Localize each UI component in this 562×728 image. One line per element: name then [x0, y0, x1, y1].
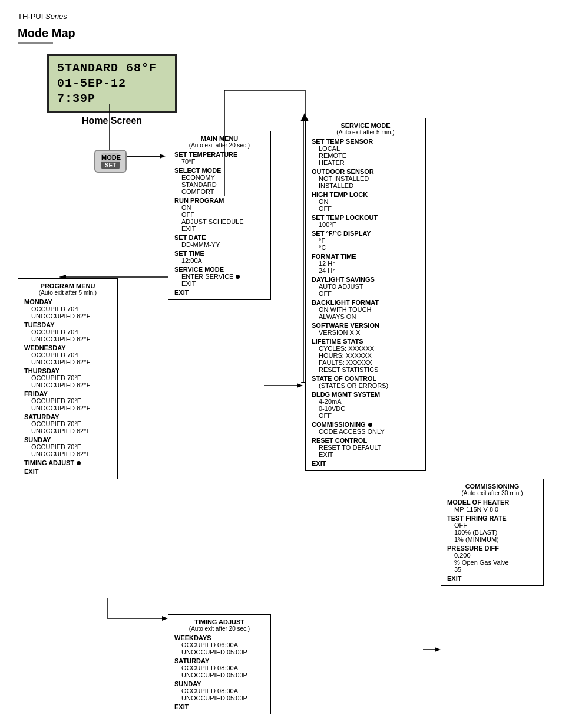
lcd-to-mode-line: [109, 104, 110, 151]
title-underline: [18, 42, 53, 44]
svc-local: LOCAL: [312, 145, 419, 152]
timing-sunday: SUNDAY: [174, 680, 265, 687]
program-menu-title: PROGRAM MENU: [24, 282, 111, 289]
timing-sun-occ: OCCUPIED 08:00A: [174, 687, 265, 694]
svc-c: °C: [312, 244, 419, 251]
svc-installed: INSTALLED: [312, 182, 419, 189]
commission-subtitle: (Auto exit after 30 min.): [447, 490, 537, 496]
timing-wd-unocc: UNOCCUPIED 05:00P: [174, 648, 265, 655]
svc-0-10vdc: 0-10VDC: [312, 405, 419, 412]
comm-model: MODEL OF HEATER: [447, 499, 537, 506]
prog-sat-occ: OCCUPIED 70°F: [24, 420, 111, 427]
set-label: SET: [101, 162, 120, 169]
svc-remote: REMOTE: [312, 152, 419, 159]
main-menu-service-mode: SERVICE MODE: [174, 266, 265, 273]
top-horiz-line: [224, 90, 306, 91]
comm-mp115n: MP-115N V 8.0: [447, 506, 537, 513]
svc-auto-adjust: AUTO ADJUST: [312, 283, 419, 290]
mode-arrow-head: [127, 153, 168, 159]
prog-sat-unocc: UNOCCUPIED 62°F: [24, 427, 111, 434]
svc-faults: FAULTS: XXXXXX: [312, 359, 419, 366]
main-menu-standard: STANDARD: [174, 181, 265, 188]
svc-code-access: CODE ACCESS ONLY: [312, 428, 419, 435]
svc-reset-control: RESET CONTROL: [312, 437, 419, 444]
main-menu-set-date: SET DATE: [174, 234, 265, 241]
svc-4-20ma: 4-20mA: [312, 398, 419, 405]
timing-weekdays: WEEKDAYS: [174, 634, 265, 641]
comm-35: 35: [447, 566, 537, 573]
prog-fri-unocc: UNOCCUPIED 62°F: [24, 404, 111, 411]
timing-menu-title: TIMING ADJUST: [174, 618, 265, 625]
main-menu-set-temperature: SET TEMPERATURE: [174, 151, 265, 158]
main-menu-adjust-schedule: ADJUST SCHEDULE: [174, 218, 265, 225]
enter-service-dot: [236, 275, 240, 279]
home-screen-label: Home Screen: [47, 116, 177, 126]
prog-saturday: SATURDAY: [24, 413, 111, 420]
main-menu-on: ON: [174, 204, 265, 211]
timing-saturday: SATURDAY: [174, 657, 265, 664]
main-menu-subtitle: (Auto exit after 20 sec.): [174, 142, 265, 149]
main-menu-select-mode: SELECT MODE: [174, 167, 265, 174]
comm-off: OFF: [447, 522, 537, 529]
prog-thursday: THURSDAY: [24, 367, 111, 374]
comm-test-firing: TEST FIRING RATE: [447, 515, 537, 522]
main-menu-run-program: RUN PROGRAM: [174, 197, 265, 204]
main-menu-set-time: SET TIME: [174, 250, 265, 257]
main-menu-enter-service: ENTER SERVICE: [174, 273, 265, 280]
prog-wed-occ: OCCUPIED 70°F: [24, 351, 111, 358]
comm-pct-open: % Open Gas Valve: [447, 559, 537, 566]
prog-tuesday: TUESDAY: [24, 321, 111, 328]
commission-arrow: [423, 644, 441, 655]
svc-outdoor-sensor: OUTDOOR SENSOR: [312, 168, 419, 175]
prog-timing-adjust: TIMING ADJUST: [24, 459, 111, 466]
home-screen-section: 5TANDARD 68°F 01-5EP-12 7:39P Home Scree…: [47, 54, 177, 126]
svc-software: SOFTWARE VERSION: [312, 322, 419, 329]
svc-set-fc-display: SET °F/°C DISPLAY: [312, 230, 419, 237]
svg-marker-15: [435, 647, 441, 652]
main-menu-1200a: 12:00A: [174, 257, 265, 264]
lcd-line1: 5TANDARD 68°F: [57, 61, 167, 76]
timing-menu-subtitle: (Auto exit after 20 sec.): [174, 625, 265, 632]
prog-wed-unocc: UNOCCUPIED 62°F: [24, 358, 111, 365]
svc-reset-stats: RESET STATISTICS: [312, 366, 419, 373]
service-menu-box: SERVICE MODE (Auto exit after 5 min.) SE…: [305, 118, 426, 471]
service-menu-title: SERVICE MODE: [312, 122, 419, 129]
page-container: TH-PUI Series Mode Map 5TANDARD 68°F 01-…: [18, 12, 544, 728]
svc-hours: HOURS: XXXXXX: [312, 352, 419, 359]
timing-dot: [77, 461, 81, 465]
main-up-line: [224, 90, 226, 196]
svc-high-temp-lock: HIGH TEMP LOCK: [312, 191, 419, 198]
svc-off2: OFF: [312, 290, 419, 297]
svc-24hr: 24 Hr: [312, 267, 419, 274]
svc-states-errors: (STATES OR ERRORS): [312, 382, 419, 389]
svc-off: OFF: [312, 205, 419, 212]
prog-tue-occ: OCCUPIED 70°F: [24, 328, 111, 335]
svc-100f: 100°F: [312, 221, 419, 228]
svc-reset-default: RESET TO DEFAULT: [312, 444, 419, 451]
brand: TH-PUI Series: [18, 12, 544, 21]
main-menu-exit1: EXIT: [174, 225, 265, 232]
comm-100blast: 100% (BLAST): [447, 529, 537, 536]
main-menu-title: MAIN MENU: [174, 135, 265, 142]
prog-sunday: SUNDAY: [24, 436, 111, 443]
mode-label: MODE: [101, 153, 120, 162]
svc-set-temp-sensor: SET TEMP SENSOR: [312, 138, 419, 145]
lcd-line2: 01-5EP-12 7:39P: [57, 76, 167, 107]
main-menu-box: MAIN MENU (Auto exit after 20 sec.) SET …: [168, 131, 271, 300]
brand-series: Series: [45, 12, 67, 21]
main-menu-economy: ECONOMY: [174, 174, 265, 181]
main-menu-off: OFF: [174, 211, 265, 218]
main-menu-exit-bold: EXIT: [174, 289, 265, 296]
timing-wd-occ: OCCUPIED 06:00A: [174, 641, 265, 648]
service-menu-subtitle: (Auto exit after 5 min.): [312, 129, 419, 136]
prog-tue-unocc: UNOCCUPIED 62°F: [24, 335, 111, 342]
service-arrow: [264, 380, 305, 391]
lcd-display: 5TANDARD 68°F 01-5EP-12 7:39P: [47, 54, 177, 113]
svc-commissioning: COMMISSIONING: [312, 421, 419, 428]
prog-thu-occ: OCCUPIED 70°F: [24, 374, 111, 381]
svc-cycles: CYCLES: XXXXXX: [312, 345, 419, 352]
prog-exit: EXIT: [24, 468, 111, 475]
svc-f: °F: [312, 237, 419, 244]
mode-button[interactable]: MODE SET: [94, 150, 127, 173]
top-vertical-svc: [305, 90, 306, 119]
